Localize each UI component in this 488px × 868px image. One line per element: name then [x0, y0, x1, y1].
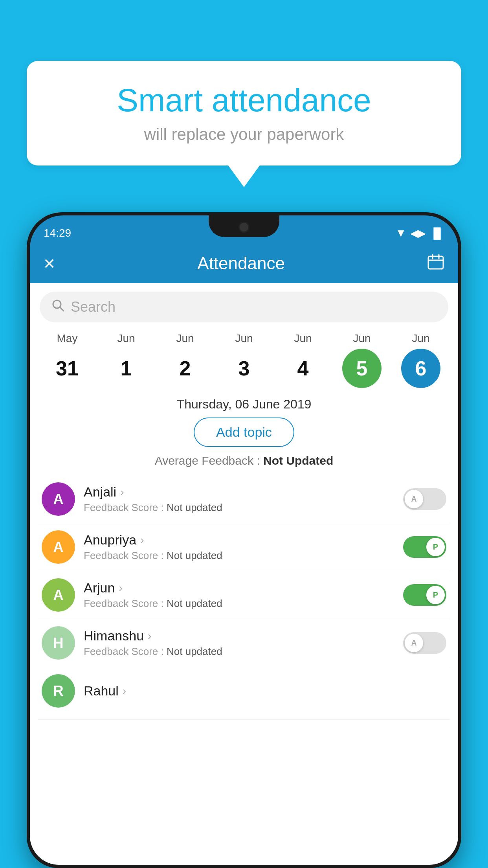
student-info: Anupriya › Feedback Score : Not updated	[84, 532, 394, 562]
student-row: A Arjun › Feedback Score : Not updated	[38, 571, 450, 619]
phone-inner: 14:29 ▼ ◀▶ ▐▌ × Attendance	[30, 215, 458, 865]
avg-feedback: Average Feedback : Not Updated	[30, 454, 458, 467]
student-row: A Anupriya › Feedback Score : Not update…	[38, 523, 450, 571]
bubble-tail	[228, 166, 260, 187]
close-button[interactable]: ×	[44, 254, 55, 273]
search-input[interactable]: Search	[71, 299, 116, 315]
student-row: A Anjali › Feedback Score : Not updated	[38, 475, 450, 523]
avg-feedback-label: Average Feedback :	[155, 454, 260, 467]
bubble-subtitle: will replace your paperwork	[50, 125, 438, 144]
screen-content: Search May 31 Jun 1 Jun 2	[30, 283, 458, 865]
calendar-button[interactable]	[427, 253, 444, 274]
student-row: R Rahul ›	[38, 667, 450, 720]
search-icon	[51, 299, 65, 315]
app-title: Attendance	[197, 254, 285, 273]
attendance-toggle[interactable]: A	[403, 488, 446, 510]
date-jun1[interactable]: Jun 1	[101, 332, 152, 388]
avatar: R	[42, 674, 75, 708]
student-name[interactable]: Anupriya ›	[84, 532, 394, 548]
student-info: Himanshu › Feedback Score : Not updated	[84, 628, 394, 658]
avatar: A	[42, 482, 75, 516]
date-jun6[interactable]: Jun 6	[395, 332, 446, 388]
app-bar: × Attendance	[30, 244, 458, 283]
student-list: A Anjali › Feedback Score : Not updated	[30, 475, 458, 720]
feedback-score: Feedback Score : Not updated	[84, 550, 394, 562]
feedback-score: Feedback Score : Not updated	[84, 502, 394, 514]
attendance-toggle[interactable]: A	[403, 632, 446, 654]
svg-line-5	[60, 307, 64, 311]
date-strip: May 31 Jun 1 Jun 2 Jun 3	[30, 328, 458, 390]
student-info: Anjali › Feedback Score : Not updated	[84, 484, 394, 514]
status-icons: ▼ ◀▶ ▐▌	[395, 223, 444, 239]
chevron-right-icon: ›	[120, 486, 124, 498]
date-jun5[interactable]: Jun 5	[336, 332, 387, 388]
chevron-right-icon: ›	[123, 685, 126, 697]
feedback-score: Feedback Score : Not updated	[84, 598, 394, 610]
student-name[interactable]: Himanshu ›	[84, 628, 394, 644]
date-may31[interactable]: May 31	[42, 332, 93, 388]
attendance-toggle[interactable]: P	[403, 536, 446, 558]
signal-icon: ◀▶	[410, 227, 426, 239]
phone-notch	[209, 215, 279, 237]
phone-frame: 14:29 ▼ ◀▶ ▐▌ × Attendance	[27, 212, 461, 868]
chevron-right-icon: ›	[140, 534, 144, 546]
student-name[interactable]: Rahul ›	[84, 683, 446, 699]
student-row: H Himanshu › Feedback Score : Not update…	[38, 619, 450, 667]
student-info: Arjun › Feedback Score : Not updated	[84, 580, 394, 610]
speech-bubble: Smart attendance will replace your paper…	[27, 61, 461, 166]
camera	[238, 222, 250, 233]
avatar: A	[42, 578, 75, 612]
student-name[interactable]: Anjali ›	[84, 484, 394, 500]
background: Smart attendance will replace your paper…	[0, 0, 488, 868]
search-bar[interactable]: Search	[40, 292, 448, 322]
student-name[interactable]: Arjun ›	[84, 580, 394, 596]
svg-rect-0	[428, 256, 443, 269]
speech-bubble-container: Smart attendance will replace your paper…	[27, 61, 461, 187]
date-jun3[interactable]: Jun 3	[218, 332, 270, 388]
bubble-title: Smart attendance	[50, 83, 438, 118]
avatar: A	[42, 530, 75, 564]
date-jun2[interactable]: Jun 2	[160, 332, 211, 388]
avatar: H	[42, 626, 75, 660]
feedback-score: Feedback Score : Not updated	[84, 645, 394, 658]
wifi-icon: ▼	[395, 227, 406, 239]
chevron-right-icon: ›	[148, 630, 151, 642]
chevron-right-icon: ›	[119, 582, 122, 594]
attendance-toggle[interactable]: P	[403, 584, 446, 606]
selected-date: Thursday, 06 June 2019	[30, 397, 458, 412]
status-time: 14:29	[44, 223, 71, 239]
avg-feedback-value: Not Updated	[263, 454, 333, 467]
battery-icon: ▐▌	[430, 227, 444, 239]
add-topic-button[interactable]: Add topic	[194, 417, 294, 447]
student-info: Rahul ›	[84, 683, 446, 699]
date-jun4[interactable]: Jun 4	[277, 332, 328, 388]
